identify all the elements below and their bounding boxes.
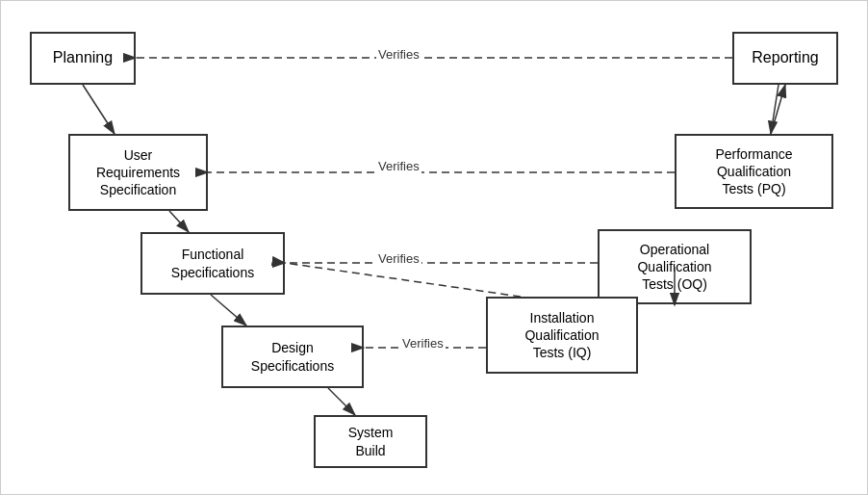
urs-label: UserRequirementsSpecification (96, 146, 180, 199)
reporting-label: Reporting (752, 48, 818, 68)
reporting-to-pq-arrow (771, 85, 779, 134)
urs-to-fs-arrow (169, 211, 189, 232)
planning-to-urs-arrow (83, 85, 115, 134)
fs-label: FunctionalSpecifications (171, 246, 254, 280)
verifies-label-4: Verifies (400, 336, 446, 351)
ds-label: DesignSpecifications (251, 339, 334, 374)
iq-to-fs-dashed (285, 263, 521, 297)
diagram-container: Planning Reporting UserRequirementsSpeci… (0, 0, 868, 495)
iq-label: InstallationQualificationTests (IQ) (524, 309, 599, 362)
sb-box: SystemBuild (314, 415, 427, 468)
verifies-label-3: Verifies (376, 251, 421, 266)
verifies-label-2: Verifies (376, 159, 421, 173)
ds-to-sb-arrow (328, 388, 355, 415)
pq-label: PerformanceQualificationTests (PQ) (715, 145, 792, 198)
fs-to-ds-arrow (211, 295, 246, 326)
fs-box: FunctionalSpecifications (140, 232, 285, 295)
sb-label: SystemBuild (348, 424, 394, 458)
iq-box: InstallationQualificationTests (IQ) (486, 297, 638, 374)
pq-box: PerformanceQualificationTests (PQ) (675, 134, 833, 209)
urs-box: UserRequirementsSpecification (68, 134, 208, 211)
verifies-label-1: Verifies (376, 47, 421, 62)
oq-box: OperationalQualificationTests (OQ) (598, 229, 752, 304)
pq-to-reporting-arrow (771, 85, 785, 134)
oq-label: OperationalQualificationTests (OQ) (637, 241, 711, 294)
reporting-box: Reporting (732, 32, 838, 85)
planning-box: Planning (30, 32, 136, 85)
planning-label: Planning (53, 48, 113, 68)
ds-box: DesignSpecifications (221, 326, 364, 388)
